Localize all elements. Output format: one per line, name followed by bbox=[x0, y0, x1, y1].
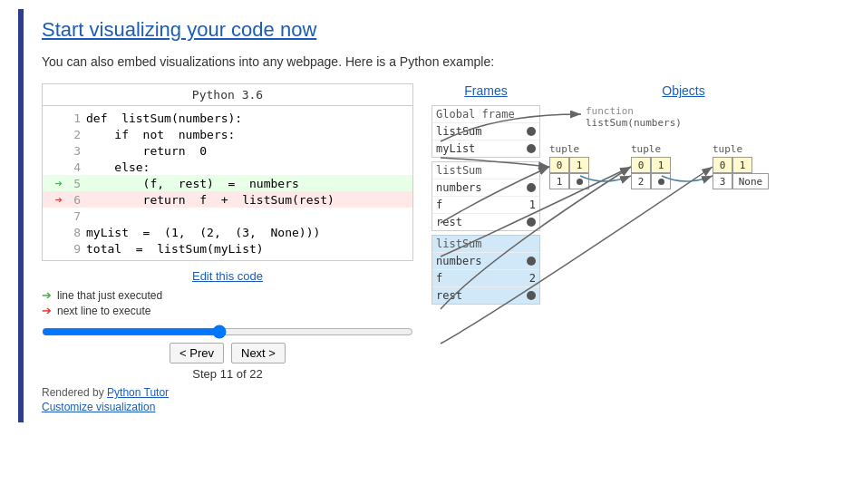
frame-row-numbers-2: numbers bbox=[432, 252, 539, 269]
code-line-8: 8 myList = (1, (2, (3, None))) bbox=[43, 224, 412, 240]
tuple-1-label: tuple bbox=[549, 143, 589, 155]
linecode-8: myList = (1, (2, (3, None))) bbox=[86, 226, 320, 239]
objects-header: Objects bbox=[540, 83, 827, 98]
viz-header: Frames Objects bbox=[432, 83, 827, 98]
right-panel: Frames Objects Global frame listSum bbox=[432, 83, 827, 413]
intro-text: You can also embed visualizations into a… bbox=[42, 54, 827, 69]
var-rest-2: rest bbox=[436, 289, 462, 302]
val-f-1: 1 bbox=[529, 199, 536, 211]
tuple-3-vals: 3 None bbox=[713, 173, 769, 189]
t1-val0: 1 bbox=[549, 173, 569, 189]
var-numbers-1: numbers bbox=[436, 181, 482, 194]
t2-val0: 2 bbox=[631, 173, 651, 189]
linecode-1: def listSum(numbers): bbox=[86, 111, 242, 125]
t2-ptr-dot bbox=[658, 179, 664, 185]
viz-body: Global frame listSum myList listSum bbox=[432, 105, 827, 413]
code-line-7: 7 bbox=[43, 208, 412, 224]
arrow-1 bbox=[43, 111, 63, 125]
listsum-frame-1: listSum numbers f 1 rest bbox=[432, 161, 540, 231]
arrow-6: ➔ bbox=[43, 192, 63, 207]
python-tutor-link[interactable]: Python Tutor bbox=[107, 386, 169, 399]
code-line-1: 1 def listSum(numbers): bbox=[43, 110, 412, 126]
var-f-1: f bbox=[436, 199, 442, 211]
frame-row-f-1: f 1 bbox=[432, 196, 539, 213]
title-link[interactable]: Start visualizing your code now bbox=[42, 18, 827, 42]
global-frame-title: Global frame bbox=[432, 106, 539, 122]
linecode-6: return f + listSum(rest) bbox=[86, 193, 335, 207]
arrow-5: ➔ bbox=[43, 176, 63, 190]
linenum-7: 7 bbox=[64, 209, 81, 223]
var-numbers-2: numbers bbox=[436, 255, 482, 267]
t2-idx0: 0 bbox=[631, 157, 651, 173]
code-lines: 1 def listSum(numbers): 2 if not numbers… bbox=[43, 106, 412, 260]
customize-link[interactable]: Customize visualization bbox=[42, 401, 155, 413]
code-line-4: 4 else: bbox=[43, 159, 412, 175]
code-line-2: 2 if not numbers: bbox=[43, 126, 412, 142]
t3-idx0: 0 bbox=[713, 157, 732, 173]
prev-button[interactable]: < Prev bbox=[170, 343, 224, 363]
ptr-numbers-1 bbox=[527, 183, 536, 192]
linenum-1: 1 bbox=[64, 111, 81, 125]
linecode-9: total = listSum(myList) bbox=[86, 242, 264, 256]
slider-row bbox=[42, 325, 413, 339]
code-line-6: ➔ 6 return f + listSum(rest) bbox=[43, 191, 412, 208]
frame-row-rest-1: rest bbox=[432, 213, 539, 230]
t1-idx0: 0 bbox=[549, 157, 569, 173]
legend-green: ➔ line that just executed bbox=[42, 288, 413, 302]
t1-val1 bbox=[569, 173, 589, 189]
t2-idx1: 1 bbox=[651, 157, 671, 173]
rendered-by: Rendered by Python Tutor bbox=[42, 386, 413, 399]
nav-row: < Prev Next > bbox=[42, 343, 413, 363]
objects-panel: function listSum(numbers) tuple 0 1 1 bbox=[540, 105, 827, 413]
frames-label: Frames bbox=[464, 83, 507, 98]
arrow-2 bbox=[43, 128, 63, 141]
listsum-frame-2-title: listSum bbox=[432, 236, 539, 252]
legend: ➔ line that just executed ➔ next line to… bbox=[42, 288, 413, 317]
var-mylist: myList bbox=[436, 142, 475, 155]
linenum-9: 9 bbox=[64, 242, 81, 256]
code-line-3: 3 return 0 bbox=[43, 142, 412, 159]
frame-row-numbers-1: numbers bbox=[432, 179, 539, 196]
linenum-5: 5 bbox=[64, 177, 81, 190]
code-line-9: 9 total = listSum(myList) bbox=[43, 240, 412, 257]
arrow-4 bbox=[43, 160, 63, 174]
legend-green-label: line that just executed bbox=[57, 289, 162, 302]
tuple-2-cells: 0 1 bbox=[631, 157, 671, 173]
tuple-2-vals: 2 bbox=[631, 173, 671, 189]
listsum-frame-2: listSum numbers f 2 rest bbox=[432, 235, 540, 305]
ptr-numbers-2 bbox=[527, 257, 536, 266]
global-frame: Global frame listSum myList bbox=[432, 105, 540, 158]
step-slider[interactable] bbox=[42, 325, 413, 339]
func-type-label: function bbox=[586, 105, 634, 117]
legend-red: ➔ next line to execute bbox=[42, 304, 413, 317]
customize-link-container: Customize visualization bbox=[42, 401, 413, 413]
tuple-2: tuple 0 1 2 bbox=[631, 143, 671, 189]
t2-val1 bbox=[651, 173, 671, 189]
arrow-7 bbox=[43, 209, 63, 223]
tuple-1: tuple 0 1 1 bbox=[549, 143, 589, 189]
t1-ptr-dot bbox=[577, 179, 583, 185]
edit-link-container: Edit this code bbox=[42, 268, 413, 283]
edit-this-code-link[interactable]: Edit this code bbox=[192, 269, 263, 283]
frame-row-mylist: myList bbox=[432, 140, 539, 157]
func-name: listSum(numbers) bbox=[586, 117, 682, 129]
var-rest-1: rest bbox=[436, 216, 462, 228]
objects-label: Objects bbox=[662, 83, 704, 98]
function-obj: function listSum(numbers) bbox=[586, 105, 682, 129]
t3-idx1: 1 bbox=[732, 157, 752, 173]
t3-val0: 3 bbox=[713, 173, 732, 189]
ptr-rest-1 bbox=[527, 218, 536, 227]
listsum-frame-1-title: listSum bbox=[432, 162, 539, 179]
tuple-1-cells: 0 1 bbox=[549, 157, 589, 173]
arrow-8 bbox=[43, 226, 63, 239]
frame-row-listsum: listSum bbox=[432, 122, 539, 140]
t3-val1: None bbox=[732, 173, 769, 189]
tuple-3-cells: 0 1 bbox=[713, 157, 769, 173]
legend-red-label: next line to execute bbox=[57, 305, 150, 317]
next-button[interactable]: Next > bbox=[231, 343, 286, 363]
var-f-2: f bbox=[436, 272, 442, 285]
legend-red-arrow: ➔ bbox=[42, 304, 52, 317]
linenum-3: 3 bbox=[64, 144, 81, 158]
code-line-5: ➔ 5 (f, rest) = numbers bbox=[43, 175, 412, 191]
tuple-1-vals: 1 bbox=[549, 173, 589, 189]
